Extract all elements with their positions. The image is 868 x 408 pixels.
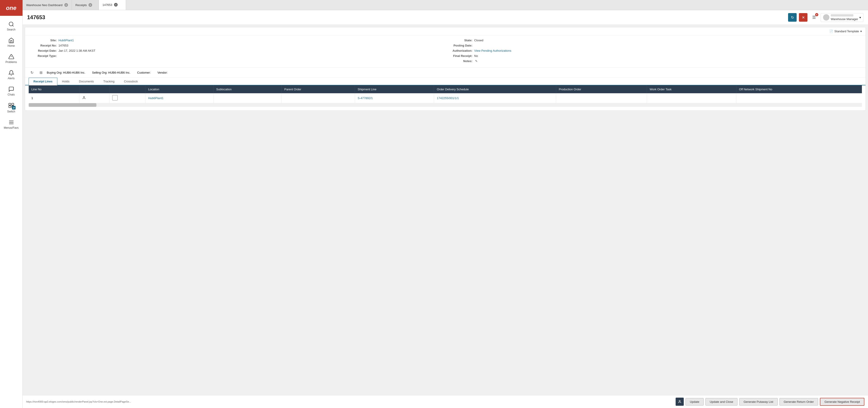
sidebar-item-home[interactable]: Home [0, 34, 22, 51]
tab-close-record[interactable]: ✕ [114, 3, 118, 6]
selling-org: Selling Org: HUB6-HUB6 Inc. [92, 71, 130, 74]
buying-org: Buying Org: HUB6-HUB6 Inc. [47, 71, 85, 74]
cell-off-network [736, 93, 862, 103]
chat-icon [8, 86, 14, 92]
template-dropdown-icon: ▾ [860, 30, 862, 33]
col-checkbox-header [110, 85, 146, 93]
menu-button[interactable]: ☰ ★ [810, 13, 818, 22]
sidebar-label-switch: Switch [7, 110, 15, 113]
content-area: 📄 Standard Template ▾ Site: Hub6Plant1 R… [23, 25, 868, 395]
vendor: Vendor: [157, 71, 167, 74]
tab-documents-label: Documents [79, 80, 94, 83]
selling-org-value: HUB6-HUB6 Inc. [108, 71, 130, 74]
menu-badge: ★ [815, 13, 818, 16]
info-authorization: Authorization: View Pending Authorizatio… [445, 48, 861, 53]
shipment-link[interactable]: S-477892/1 [358, 96, 373, 100]
row-checkbox[interactable] [112, 95, 118, 100]
app-logo[interactable]: one [0, 0, 23, 16]
sidebar-item-problems[interactable]: Problems [0, 51, 22, 67]
vendor-label: Vendor: [157, 71, 167, 74]
user-info: Warehouse Manager [831, 14, 858, 21]
toolbar-refresh-icon[interactable]: ↻ [29, 69, 35, 76]
info-receipt-date: Receipt Date: Jan 17, 2022 1:38 AM AKST [30, 48, 445, 53]
tab-holds[interactable]: Holds [57, 78, 74, 85]
user-section[interactable]: Warehouse Manager ▾ [820, 13, 864, 22]
info-state: State: Closed [445, 38, 861, 43]
sidebar-label-chats: Chats [8, 93, 15, 96]
tab-dashboard[interactable]: Warehouse Neo Dashboard ✕ [23, 0, 72, 10]
receipt-no-label: Receipt No: [30, 44, 57, 47]
toolbar-grid-icon[interactable]: ⊞ [38, 69, 44, 76]
buying-org-label: Buying Org: [47, 71, 62, 74]
info-site: Site: Hub6Plant1 [30, 38, 445, 43]
tab-receipts[interactable]: Receipts ✕ [72, 0, 99, 10]
footer-person-button[interactable] [676, 398, 684, 406]
scrollbar-thumb [29, 103, 96, 107]
user-name [831, 14, 853, 17]
info-right: State: Closed Posting Date: Authorizatio… [445, 38, 861, 64]
generate-return-button[interactable]: Generate Return Order [779, 398, 818, 406]
state-value: Closed [474, 39, 483, 42]
auth-value: View Pending Authorizations [474, 49, 512, 52]
tab-record[interactable]: 147653 ✕ [99, 0, 126, 10]
order-delivery-link[interactable]: 1742255/001/1/1 [437, 96, 459, 100]
cell-work-order [647, 93, 736, 103]
home-icon [8, 37, 14, 43]
tab-label-receipts: Receipts [75, 3, 87, 7]
close-button[interactable]: ✕ [799, 13, 807, 22]
refresh-button[interactable]: ↻ [788, 13, 797, 22]
search-icon [8, 21, 14, 27]
sidebar-item-menus[interactable]: Menus/Favs [0, 116, 22, 132]
cell-parent-order [282, 93, 355, 103]
tab-tracking[interactable]: Tracking [99, 78, 119, 85]
org-info: Buying Org: HUB6-HUB6 Inc. Selling Org: … [47, 71, 862, 74]
selling-org-label: Selling Org: [92, 71, 107, 74]
tab-close-dashboard[interactable]: ✕ [64, 3, 68, 7]
cell-shipment-line: S-477892/1 [355, 93, 434, 103]
table-scrollbar[interactable] [29, 103, 862, 107]
col-work-order: Work Order Task [647, 85, 736, 93]
site-link[interactable]: Hub6Plant1 [59, 39, 74, 42]
table-container: Line No Location Sublocation Parent Orde… [25, 85, 866, 111]
svg-point-0 [9, 22, 13, 26]
tab-close-receipts[interactable]: ✕ [89, 3, 92, 7]
receipt-date-label: Receipt Date: [30, 49, 57, 52]
svg-rect-6 [9, 106, 11, 108]
record-toolbar: ↻ ⊞ Buying Org: HUB6-HUB6 Inc. Selling O… [25, 67, 866, 78]
cell-checkbox[interactable] [110, 93, 146, 103]
generate-negative-button[interactable]: Generate Negative Receipt [820, 398, 864, 406]
customer: Customer: [137, 71, 151, 74]
tab-receipt-lines[interactable]: Receipt Lines [29, 78, 57, 85]
final-receipt-label: Final Receipt: [445, 54, 472, 58]
location-link[interactable]: Hub6Plant1 [148, 96, 163, 100]
info-posting-date: Posting Date: [445, 43, 861, 48]
tab-label-dashboard: Warehouse Neo Dashboard [26, 3, 63, 7]
info-receipt-no: Receipt No: 147653 [30, 43, 445, 48]
template-header: 📄 Standard Template ▾ [25, 27, 866, 35]
warning-icon [8, 54, 14, 60]
generate-putaway-button[interactable]: Generate Putaway List [739, 398, 778, 406]
dropdown-icon: ▾ [860, 16, 861, 19]
template-button[interactable]: 📄 Standard Template ▾ [829, 30, 862, 33]
notes-edit-icon[interactable]: ✎ [475, 59, 477, 63]
site-value: Hub6Plant1 [59, 39, 74, 42]
table-header-row: Line No Location Sublocation Parent Orde… [29, 85, 862, 93]
svg-point-11 [84, 96, 85, 98]
record-info: Site: Hub6Plant1 Receipt No: 147653 Rece… [25, 35, 866, 67]
table-scroll[interactable]: Line No Location Sublocation Parent Orde… [29, 85, 862, 103]
footer-person-icon [678, 400, 681, 404]
switch-badge: ⇄ [12, 106, 16, 109]
sidebar-item-switch[interactable]: ⇄ Switch [0, 99, 22, 116]
auth-link[interactable]: View Pending Authorizations [474, 49, 512, 52]
tab-crossdock[interactable]: Crossdock [119, 78, 143, 85]
sidebar-item-search[interactable]: Search [0, 18, 22, 34]
final-receipt-value: No [474, 54, 478, 58]
sidebar-item-chats[interactable]: Chats [0, 83, 22, 99]
header-actions: ↻ ✕ ☰ ★ Warehouse Manager ▾ [788, 13, 864, 22]
info-left: Site: Hub6Plant1 Receipt No: 147653 Rece… [30, 38, 445, 64]
update-close-button[interactable]: Update and Close [706, 398, 738, 406]
tab-documents[interactable]: Documents [74, 78, 99, 85]
customer-label: Customer: [137, 71, 151, 74]
sidebar-item-alerts[interactable]: Alerts [0, 67, 22, 83]
update-button[interactable]: Update [686, 398, 704, 406]
